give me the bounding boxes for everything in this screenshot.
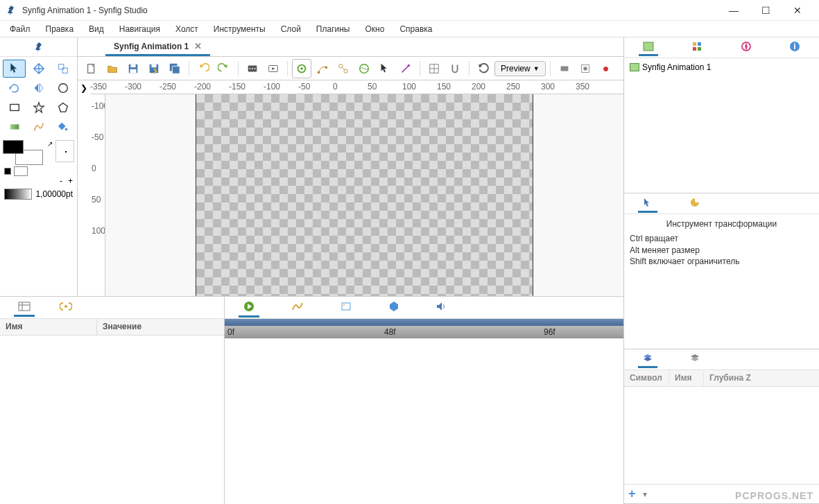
default-colors[interactable] [4, 168, 11, 175]
canvases-tab[interactable] [639, 39, 658, 56]
cutout-icon[interactable] [396, 59, 415, 78]
svg-rect-4 [10, 124, 19, 129]
params-col-value[interactable]: Значение [97, 319, 224, 335]
params-col-name[interactable]: Имя [0, 319, 97, 335]
menu-navigation[interactable]: Навигация [112, 22, 167, 36]
params-tab[interactable] [14, 298, 35, 317]
svg-rect-3 [10, 105, 19, 111]
menu-tools[interactable]: Инструменты [207, 22, 273, 36]
menu-layer[interactable]: Слой [274, 22, 308, 36]
minimize-button[interactable]: — [718, 0, 750, 21]
history-tab[interactable] [687, 38, 707, 57]
palette-tab[interactable] [685, 194, 705, 213]
curves-tab[interactable] [287, 298, 308, 317]
save-icon[interactable] [123, 59, 143, 78]
tool-polygon[interactable] [51, 98, 74, 116]
ruler-horizontal[interactable]: -350 -300 -250 -200 -150 -100 -50 0 50 1… [90, 80, 623, 94]
svg-rect-49 [644, 42, 653, 51]
navigator-tab[interactable] [736, 38, 756, 57]
children-tab[interactable] [55, 298, 76, 317]
maximize-button[interactable]: ☐ [750, 0, 782, 21]
tool-rectangle[interactable] [3, 98, 26, 116]
layers-tab[interactable] [638, 351, 657, 368]
add-layer-button[interactable]: + [628, 487, 636, 501]
params-list[interactable] [0, 336, 224, 504]
menu-plugins[interactable]: Плагины [309, 22, 357, 36]
menu-edit[interactable]: Правка [39, 22, 81, 36]
gradient-preview[interactable] [4, 189, 32, 200]
color-swatches[interactable]: ↗ [0, 139, 77, 166]
tool-star[interactable] [27, 98, 50, 116]
render-icon[interactable] [243, 59, 262, 78]
grid-icon[interactable] [424, 59, 444, 78]
tool-smooth-move[interactable] [27, 60, 50, 78]
show-grid-toggle-icon[interactable] [354, 59, 374, 78]
record-icon[interactable]: ● [596, 59, 616, 78]
svg-text:i: i [793, 42, 795, 51]
timetrack-tab[interactable] [239, 297, 259, 318]
timeline-ruler[interactable]: 0f 48f 96f [225, 326, 623, 338]
timeline-header-strip[interactable] [225, 319, 623, 326]
preview-render-icon[interactable] [264, 59, 283, 78]
keyframes-tab[interactable] [336, 298, 356, 317]
new-file-icon[interactable] [82, 59, 101, 78]
tool-options-tab[interactable] [638, 194, 657, 213]
brush-decrease[interactable]: - [60, 176, 62, 186]
canvas-toolbar: Preview ▼ ● [78, 57, 623, 80]
layers-list[interactable] [624, 387, 819, 484]
layer-menu-icon[interactable]: ▾ [643, 489, 647, 499]
document-tab-close[interactable]: ✕ [194, 41, 202, 51]
refresh-icon[interactable] [474, 59, 493, 78]
open-file-icon[interactable] [103, 59, 122, 78]
tool-transform[interactable] [3, 60, 26, 78]
brush-size-value: 1,00000pt [36, 189, 73, 199]
tool-scale[interactable] [51, 60, 74, 78]
svg-rect-52 [693, 47, 696, 51]
metadata-tab[interactable] [384, 298, 404, 317]
onion-skin-icon[interactable] [292, 59, 311, 78]
tool-circle[interactable] [51, 79, 74, 97]
menu-canvas[interactable]: Холст [169, 22, 205, 36]
document-tabs: Synfig Animation 1 ✕ [78, 37, 623, 57]
svg-point-2 [58, 84, 67, 93]
layers-col-name[interactable]: Имя [669, 370, 704, 386]
menu-view[interactable]: Вид [82, 22, 111, 36]
layers-panel: Символ Имя Глубина Z + ▾ [624, 349, 819, 504]
save-as-icon[interactable] [144, 59, 164, 78]
menu-help[interactable]: Справка [393, 22, 439, 36]
show-guides-icon[interactable] [334, 59, 353, 78]
tool-gradient[interactable] [3, 118, 26, 136]
preview-label: Preview [501, 64, 531, 73]
document-tab[interactable]: Synfig Animation 1 ✕ [105, 37, 210, 56]
brush-increase[interactable]: + [68, 176, 73, 186]
tool-rotate[interactable] [3, 79, 26, 97]
tool-fill[interactable] [51, 118, 74, 136]
snap-icon[interactable] [445, 59, 465, 78]
menu-file[interactable]: Файл [3, 22, 37, 36]
info-tab[interactable]: i [785, 38, 804, 57]
tool-spline[interactable] [27, 118, 50, 136]
layers-col-symbol[interactable]: Символ [624, 370, 669, 386]
svg-point-60 [64, 305, 67, 308]
tool-mirror[interactable] [27, 79, 50, 97]
background-render-icon[interactable] [576, 59, 595, 78]
show-handles-icon[interactable] [313, 59, 332, 78]
reset-colors[interactable] [14, 166, 28, 176]
svg-rect-50 [693, 42, 696, 46]
undo-icon[interactable] [193, 59, 213, 78]
close-button[interactable]: ✕ [782, 0, 813, 21]
redo-icon[interactable] [214, 59, 234, 78]
fill-color[interactable] [3, 140, 24, 154]
timeline-tracks[interactable] [225, 338, 623, 504]
layers-col-depth[interactable]: Глубина Z [704, 370, 819, 386]
titlebar: Synfig Animation 1 - Synfig Studio — ☐ ✕ [0, 0, 819, 21]
swap-colors-icon[interactable]: ↗ [47, 140, 53, 148]
menu-window[interactable]: Окно [359, 22, 392, 36]
eyedropper-icon[interactable] [375, 59, 395, 78]
library-tab[interactable] [685, 351, 705, 368]
save-all-icon[interactable] [165, 59, 184, 78]
render-settings-icon[interactable] [555, 59, 574, 78]
sound-tab[interactable] [431, 298, 451, 317]
preview-button[interactable]: Preview ▼ [494, 61, 546, 76]
canvas-list-item[interactable]: Synfig Animation 1 [628, 61, 815, 73]
